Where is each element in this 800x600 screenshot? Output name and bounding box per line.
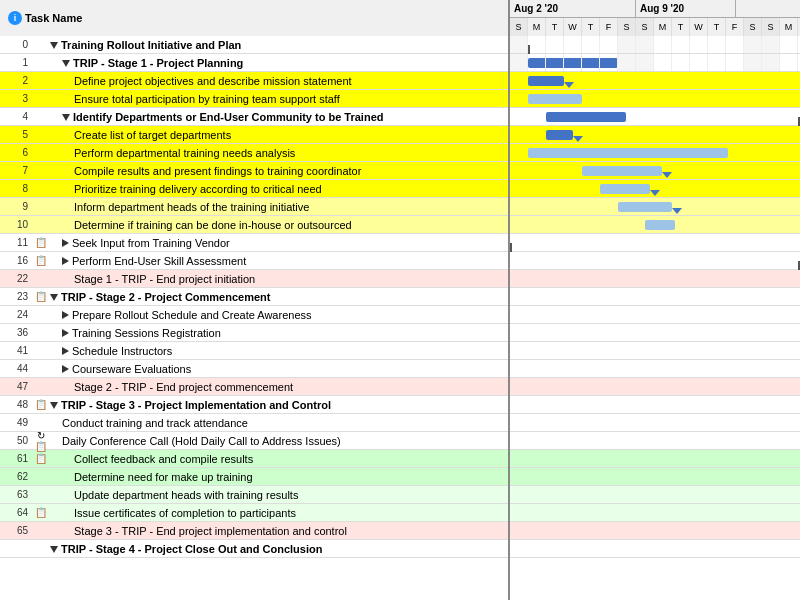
table-row: 36 Training Sessions Registration [0, 324, 508, 342]
table-row: 63 Update department heads with training… [0, 486, 508, 504]
task-text: TRIP - Stage 2 - Project Commencement [50, 291, 508, 303]
gantt-row [510, 144, 800, 162]
note-icon: 📋 [32, 399, 50, 410]
info-icon: i [8, 11, 22, 25]
main-container: i Task Name Aug 2 '20 Aug 9 '20 S M T W … [0, 0, 800, 600]
day-tue-2: T [672, 18, 690, 36]
gantt-row [510, 324, 800, 342]
task-text: Stage 3 - TRIP - End project implementat… [50, 525, 508, 537]
day-col-sun2 [636, 36, 654, 53]
collapse-icon[interactable] [62, 60, 70, 67]
day-col-mon [528, 36, 546, 53]
gantt-bar [546, 130, 573, 140]
table-row: 1 TRIP - Stage 1 - Project Planning [0, 54, 508, 72]
day-sun-2: S [636, 18, 654, 36]
gantt-row [510, 468, 800, 486]
day-sun-3: S [762, 18, 780, 36]
table-row: 7 Compile results and present findings t… [0, 162, 508, 180]
gantt-rows [510, 36, 800, 558]
header-dates-top: Aug 2 '20 Aug 9 '20 [510, 0, 800, 18]
task-text: Create list of target departments [50, 129, 508, 141]
gantt-bar [645, 220, 675, 230]
table-row: 5 Create list of target departments [0, 126, 508, 144]
collapse-icon[interactable] [50, 294, 58, 301]
gantt-row [510, 306, 800, 324]
header-days: S M T W T F S S M T W T F S S M [510, 18, 800, 36]
day-col [690, 54, 708, 71]
row-number: 61 [4, 453, 32, 464]
row-number: 36 [4, 327, 32, 338]
expand-icon[interactable] [62, 239, 69, 247]
table-row: 2 Define project objectives and describe… [0, 72, 508, 90]
gantt-row [510, 126, 800, 144]
table-row: 10 Determine if training can be done in-… [0, 216, 508, 234]
task-text: Collect feedback and compile results [50, 453, 508, 465]
day-col [654, 54, 672, 71]
table-row: 62 Determine need for make up training [0, 468, 508, 486]
gantt-bar [528, 76, 564, 86]
day-col-sun3 [762, 36, 780, 53]
note-icon: 📋 [32, 237, 50, 248]
table-row: 65 Stage 3 - TRIP - End project implemen… [0, 522, 508, 540]
date-label-1: Aug 2 '20 [514, 3, 558, 14]
row-number: 49 [4, 417, 32, 428]
collapse-icon[interactable] [50, 402, 58, 409]
row-number: 8 [4, 183, 32, 194]
expand-icon[interactable] [62, 329, 69, 337]
table-row: 41 Schedule Instructors [0, 342, 508, 360]
row-number: 50 [4, 435, 32, 446]
header-row: i Task Name Aug 2 '20 Aug 9 '20 S M T W … [0, 0, 800, 36]
row-number: 6 [4, 147, 32, 158]
gantt-row [510, 486, 800, 504]
row-number: 7 [4, 165, 32, 176]
row-number: 48 [4, 399, 32, 410]
task-text: Daily Conference Call (Hold Daily Call t… [50, 435, 508, 447]
gantt-row [510, 54, 800, 72]
day-col [600, 54, 618, 71]
table-row: 3 Ensure total participation by training… [0, 90, 508, 108]
gantt-row [510, 414, 800, 432]
gantt-bar [546, 112, 626, 122]
gantt-row [510, 108, 800, 126]
collapse-icon[interactable] [62, 114, 70, 121]
expand-icon[interactable] [62, 347, 69, 355]
row-number: 24 [4, 309, 32, 320]
table-row: 64 📋 Issue certificates of completion to… [0, 504, 508, 522]
gantt-row [510, 252, 800, 270]
day-fri-1: F [600, 18, 618, 36]
day-thu-1: T [582, 18, 600, 36]
gantt-row [510, 450, 800, 468]
row-number: 44 [4, 363, 32, 374]
task-text: Perform End-User Skill Assessment [50, 255, 508, 267]
task-text: TRIP - Stage 1 - Project Planning [50, 57, 508, 69]
day-col [672, 54, 690, 71]
expand-icon[interactable] [62, 311, 69, 319]
day-col [744, 54, 762, 71]
day-col-fri [600, 36, 618, 53]
table-row: 44 Courseware Evaluations [0, 360, 508, 378]
expand-icon[interactable] [62, 257, 69, 265]
expand-icon[interactable] [62, 365, 69, 373]
gantt-row [510, 540, 800, 558]
row-number: 65 [4, 525, 32, 536]
row-number: 16 [4, 255, 32, 266]
day-col-mon2 [654, 36, 672, 53]
note-icon: 📋 [32, 291, 50, 302]
row-number: 22 [4, 273, 32, 284]
row-number: 62 [4, 471, 32, 482]
day-col [618, 54, 636, 71]
row-number: 11 [4, 237, 32, 248]
day-col [780, 54, 798, 71]
day-col [708, 54, 726, 71]
collapse-icon[interactable] [50, 546, 58, 553]
task-text: Courseware Evaluations [50, 363, 508, 375]
day-mon-3: M [780, 18, 798, 36]
table-row: 48 📋 TRIP - Stage 3 - Project Implementa… [0, 396, 508, 414]
note-icon: 📋 [32, 507, 50, 518]
collapse-icon[interactable] [50, 42, 58, 49]
note-icon: 📋 [32, 255, 50, 266]
day-fri-2: F [726, 18, 744, 36]
day-col [726, 54, 744, 71]
day-col [564, 54, 582, 71]
table-row: 49 Conduct training and track attendance [0, 414, 508, 432]
